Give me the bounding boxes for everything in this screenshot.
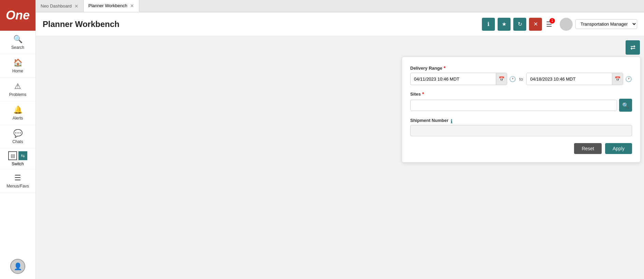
chat-icon: 💬 bbox=[13, 129, 23, 138]
notification-badge: 1 bbox=[549, 18, 555, 24]
shipment-label-row: Shipment Number ℹ bbox=[410, 118, 632, 125]
sidebar-label-home: Home bbox=[12, 69, 23, 73]
required-star-sites: * bbox=[422, 91, 424, 97]
app-logo[interactable]: One bbox=[0, 0, 35, 31]
filter-actions: Reset Apply bbox=[410, 143, 632, 154]
filter-panel: Delivery Range * 📅 🕐 to bbox=[402, 57, 641, 163]
search-icon: 🔍 bbox=[13, 35, 23, 44]
sidebar-item-problems[interactable]: ⚠ Problems bbox=[0, 78, 35, 101]
delivery-range-label: Delivery Range * bbox=[410, 65, 632, 71]
content-area: ⇄ Delivery Range * 📅 🕐 to bbox=[36, 36, 644, 279]
refresh-icon: ↻ bbox=[518, 21, 522, 27]
header-actions: ℹ ★ ↻ ✕ ☰ 1 Transportation Manager bbox=[482, 18, 637, 31]
sidebar-label-alerts: Alerts bbox=[13, 116, 23, 121]
switch-icon-screen: ▤ bbox=[8, 151, 17, 160]
sidebar-item-switch[interactable]: ▤ ⇆ Switch bbox=[0, 149, 35, 169]
info-icon: ℹ bbox=[487, 21, 489, 27]
home-icon: 🏠 bbox=[13, 58, 23, 67]
user-avatar-sidebar[interactable]: 👤 bbox=[10, 259, 25, 274]
close-button[interactable]: ✕ bbox=[529, 18, 542, 31]
sidebar-item-chats[interactable]: 💬 Chats bbox=[0, 125, 35, 149]
apply-button[interactable]: Apply bbox=[605, 143, 632, 154]
clock-icon-to: 🕐 bbox=[625, 76, 632, 82]
shipment-input[interactable] bbox=[410, 125, 632, 136]
tab-close-planner-workbench[interactable]: ✕ bbox=[130, 3, 134, 8]
star-icon: ★ bbox=[502, 21, 506, 27]
main-content: Neo Dashboard ✕ Planner Workbench ✕ Plan… bbox=[36, 0, 644, 279]
to-label: to bbox=[518, 76, 525, 82]
sidebar-label-search: Search bbox=[11, 45, 24, 50]
sidebar-label-menus: Menus/Favs bbox=[6, 184, 29, 189]
sites-search-icon: 🔍 bbox=[622, 102, 629, 109]
warning-icon: ⚠ bbox=[14, 82, 21, 91]
date-to-wrap: 📅 bbox=[526, 73, 623, 85]
shipment-info-icon[interactable]: ℹ bbox=[450, 118, 453, 125]
date-from-calendar-button[interactable]: 📅 bbox=[496, 73, 507, 85]
calendar-icon-to: 📅 bbox=[615, 76, 620, 82]
sites-search-button[interactable]: 🔍 bbox=[619, 99, 632, 112]
tab-planner-workbench[interactable]: Planner Workbench ✕ bbox=[84, 0, 139, 12]
required-star-delivery: * bbox=[444, 65, 445, 71]
sites-input[interactable] bbox=[410, 100, 617, 111]
close-icon: ✕ bbox=[533, 21, 538, 27]
date-from-input[interactable] bbox=[411, 74, 496, 84]
switch-icons: ▤ ⇆ bbox=[8, 151, 27, 160]
menu-button[interactable]: ☰ 1 bbox=[545, 19, 554, 30]
sidebar-bottom: 👤 bbox=[0, 255, 35, 279]
shipment-number-row: Shipment Number ℹ bbox=[410, 118, 632, 136]
menu-icon: ☰ bbox=[14, 173, 21, 182]
info-button[interactable]: ℹ bbox=[482, 18, 495, 31]
switch-icon-arrows: ⇆ bbox=[18, 151, 27, 160]
sidebar: One 🔍 Search 🏠 Home ⚠ Problems 🔔 Alerts … bbox=[0, 0, 36, 279]
role-select[interactable]: Transportation Manager bbox=[575, 19, 637, 29]
reset-button[interactable]: Reset bbox=[574, 143, 602, 154]
filter-icon: ⇄ bbox=[630, 44, 635, 51]
clock-icon-from: 🕐 bbox=[509, 76, 516, 82]
tab-close-neo-dashboard[interactable]: ✕ bbox=[74, 4, 78, 9]
date-to-calendar-button[interactable]: 📅 bbox=[612, 73, 623, 85]
sidebar-item-home[interactable]: 🏠 Home bbox=[0, 54, 35, 78]
date-to-input[interactable] bbox=[527, 74, 612, 84]
user-dropdown: Transportation Manager bbox=[560, 18, 637, 31]
filter-toggle-button[interactable]: ⇄ bbox=[626, 40, 640, 55]
sidebar-label-switch: Switch bbox=[12, 162, 24, 166]
tab-bar: Neo Dashboard ✕ Planner Workbench ✕ bbox=[36, 0, 644, 12]
shipment-label: Shipment Number bbox=[410, 118, 448, 123]
sidebar-item-search[interactable]: 🔍 Search bbox=[0, 31, 35, 54]
tab-label-planner-workbench: Planner Workbench bbox=[88, 3, 127, 8]
sidebar-item-alerts[interactable]: 🔔 Alerts bbox=[0, 101, 35, 125]
favorite-button[interactable]: ★ bbox=[498, 18, 511, 31]
refresh-button[interactable]: ↻ bbox=[513, 18, 526, 31]
sites-input-row: 🔍 bbox=[410, 99, 632, 112]
sites-row-container: Sites * 🔍 bbox=[410, 91, 632, 112]
page-title: Planner Workbench bbox=[43, 19, 482, 29]
logo-text: One bbox=[6, 8, 30, 23]
calendar-icon-from: 📅 bbox=[499, 76, 504, 82]
date-from-wrap: 📅 bbox=[410, 73, 507, 85]
tab-neo-dashboard[interactable]: Neo Dashboard ✕ bbox=[36, 0, 84, 12]
sidebar-label-problems: Problems bbox=[9, 92, 27, 97]
sidebar-item-menus[interactable]: ☰ Menus/Favs bbox=[0, 169, 35, 193]
user-avatar bbox=[560, 18, 573, 31]
page-header: Planner Workbench ℹ ★ ↻ ✕ ☰ 1 Transporta… bbox=[36, 12, 644, 36]
tab-label-neo-dashboard: Neo Dashboard bbox=[41, 3, 72, 9]
sidebar-label-chats: Chats bbox=[12, 139, 23, 144]
bell-icon: 🔔 bbox=[13, 106, 23, 114]
sites-label: Sites * bbox=[410, 91, 632, 97]
date-range-row: 📅 🕐 to 📅 🕐 bbox=[410, 73, 632, 85]
avatar-icon: 👤 bbox=[14, 262, 22, 270]
delivery-range-row: Delivery Range * 📅 🕐 to bbox=[410, 65, 632, 85]
